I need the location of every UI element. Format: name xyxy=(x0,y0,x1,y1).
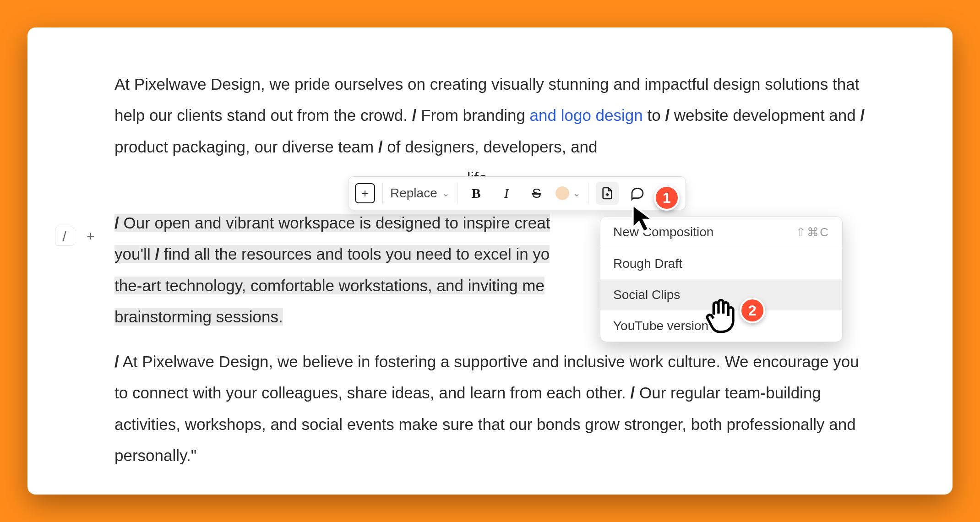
divider xyxy=(457,183,457,204)
replace-label: Replace xyxy=(390,186,437,201)
paragraph-3[interactable]: / At Pixelwave Design, we believe in fos… xyxy=(114,346,866,471)
link-logo-design[interactable]: and logo design xyxy=(525,106,648,124)
comment-button[interactable] xyxy=(626,182,649,205)
strikethrough-button[interactable]: S xyxy=(525,182,548,205)
highlight-color-dropdown[interactable]: ⌄ xyxy=(555,182,581,205)
menu-label: New Composition xyxy=(613,225,713,239)
menu-label: Social Clips xyxy=(613,288,680,302)
block-menu-handle[interactable]: / xyxy=(55,227,74,246)
segment-marker: / xyxy=(860,106,865,124)
text: website development and xyxy=(670,106,860,124)
cursor-arrow-icon xyxy=(630,204,655,235)
text: product packaging, our diverse team xyxy=(114,138,378,156)
segment-marker: / xyxy=(631,384,635,402)
chevron-down-icon: ⌄ xyxy=(573,188,581,199)
new-composition-button[interactable] xyxy=(596,182,619,205)
segment-marker: / xyxy=(114,353,119,370)
italic-button[interactable]: I xyxy=(495,182,518,205)
menu-item-rough-draft[interactable]: Rough Draft xyxy=(600,248,842,279)
annotation-badge-1: 1 xyxy=(654,185,680,211)
menu-label: Rough Draft xyxy=(613,256,682,271)
segment-marker: / xyxy=(412,106,417,124)
text: you'll xyxy=(114,245,155,263)
menu-label: YouTube version xyxy=(613,319,708,333)
text: Our open and vibrant workspace is design… xyxy=(119,214,550,232)
annotation-badge-2: 2 xyxy=(740,298,765,323)
text: of designers, developers, and xyxy=(383,138,598,156)
comment-icon xyxy=(630,186,645,201)
replace-dropdown[interactable]: Replace ⌄ xyxy=(390,182,450,205)
file-plus-icon xyxy=(600,186,615,201)
segment-marker: / xyxy=(665,106,670,124)
document-editor: At Pixelwave Design, we pride ourselves … xyxy=(27,27,953,495)
keyboard-shortcut: ⇧⌘C xyxy=(796,225,829,239)
add-button[interactable]: + xyxy=(355,183,375,203)
segment-marker: / xyxy=(114,214,119,232)
segment-marker: / xyxy=(155,245,159,263)
text: From branding xyxy=(417,106,525,124)
text: the-art technology, comfortable workstat… xyxy=(114,277,544,294)
divider xyxy=(382,183,383,204)
text: brainstorming sessions. xyxy=(114,308,283,326)
color-swatch-icon xyxy=(555,186,569,200)
add-block-handle[interactable]: + xyxy=(81,227,100,246)
bold-button[interactable]: B xyxy=(465,182,488,205)
text: find all the resources and tools you nee… xyxy=(159,245,550,263)
divider xyxy=(588,183,588,204)
segment-marker: / xyxy=(378,138,383,156)
cursor-hand-icon xyxy=(704,298,736,336)
text: to xyxy=(647,106,665,124)
chevron-down-icon: ⌄ xyxy=(442,188,450,199)
paragraph-1[interactable]: At Pixelwave Design, we pride ourselves … xyxy=(114,69,866,194)
